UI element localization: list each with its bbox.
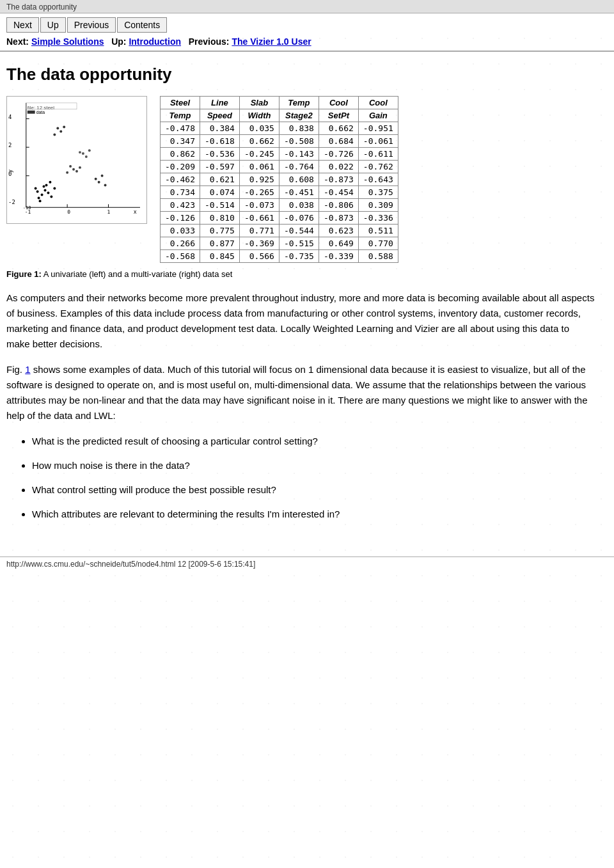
table-row: 0.0330.7750.771-0.5440.6230.511 [161, 225, 398, 237]
tab-label: The data opportunity [4, 1, 79, 13]
para2-start: Fig. [6, 364, 25, 375]
list-item: How much noise is there in the data? [32, 458, 595, 473]
svg-point-31 [59, 130, 62, 132]
svg-point-29 [79, 151, 81, 154]
footer: http://www.cs.cmu.edu/~schneide/tut5/nod… [0, 556, 614, 571]
svg-point-16 [38, 196, 40, 199]
figure-caption: Figure 1: A univariate (left) and a mult… [6, 269, 595, 279]
table-row: 0.7340.074-0.265-0.451-0.4540.375 [161, 186, 398, 199]
table-row: 0.423-0.514-0.0730.038-0.8060.309 [161, 199, 398, 212]
next-link[interactable]: Simple Solutions [31, 36, 104, 47]
paragraph2: Fig. 1 shows some examples of data. Much… [6, 362, 595, 423]
table-row: -0.209-0.5970.061-0.7640.022-0.762 [161, 161, 398, 173]
table-row: -0.5680.8450.566-0.735-0.3390.588 [161, 250, 398, 263]
svg-text:-10: -10 [23, 205, 31, 210]
svg-text:0: 0 [67, 209, 70, 215]
table-row: -0.4780.3840.0350.8380.662-0.951 [161, 122, 398, 135]
svg-point-22 [45, 184, 48, 187]
table-row: -0.1260.810-0.661-0.076-0.873-0.336 [161, 212, 398, 225]
svg-point-17 [47, 192, 49, 194]
page-title: The data opportunity [6, 65, 595, 84]
up-link[interactable]: Introduction [129, 36, 181, 47]
table-row: 0.347-0.6180.662-0.5080.684-0.061 [161, 135, 398, 148]
svg-point-23 [36, 191, 39, 193]
paragraph1: As computers and their networks become m… [6, 290, 595, 352]
svg-text:data: data [36, 110, 45, 114]
svg-point-26 [82, 152, 84, 155]
scatter-plot: 4 2 0 -2 -1 0 1 [6, 96, 147, 224]
svg-point-33 [53, 133, 56, 136]
up-label: Up: [111, 36, 126, 47]
nav-buttons: Next Up Previous Contents [6, 17, 608, 33]
svg-point-18 [35, 187, 37, 190]
figure-container: 4 2 0 -2 -1 0 1 [6, 96, 595, 263]
svg-point-38 [79, 166, 81, 169]
svg-point-42 [104, 184, 107, 187]
table-row: 0.2660.877-0.369-0.5150.6490.770 [161, 237, 398, 250]
svg-point-27 [88, 149, 91, 152]
data-table: SteelLineSlabTempCoolCool TempSpeedWidth… [160, 96, 398, 263]
svg-point-41 [98, 181, 100, 184]
svg-point-14 [41, 193, 43, 196]
up-button[interactable]: Up [40, 17, 66, 33]
svg-point-35 [72, 168, 75, 171]
list-item: What is the predicted result of choosing… [32, 434, 595, 449]
top-section: Next Up Previous Contents Next: Simple S… [0, 13, 614, 52]
table-row: 0.862-0.536-0.245-0.143-0.726-0.611 [161, 148, 398, 161]
svg-point-28 [85, 155, 88, 158]
svg-point-39 [95, 178, 97, 180]
list-item: Which attributes are relevant to determi… [32, 507, 595, 522]
main-content: The data opportunity 4 2 0 -2 -1 0 1 [0, 52, 614, 544]
table-row: -0.4620.6210.9250.608-0.873-0.643 [161, 173, 398, 186]
previous-button[interactable]: Previous [67, 17, 116, 33]
prev-label: Previous: [189, 36, 230, 47]
para2-end: shows some examples of data. Much of thi… [6, 364, 588, 421]
svg-point-15 [44, 189, 47, 192]
svg-point-20 [50, 195, 52, 198]
bullet-list: What is the predicted result of choosing… [32, 434, 595, 522]
svg-point-34 [69, 165, 72, 168]
svg-text:4: 4 [8, 114, 12, 120]
svg-point-25 [49, 181, 51, 184]
figure-text: A univariate (left) and a multi-variate … [42, 269, 232, 279]
svg-point-19 [43, 185, 45, 188]
svg-point-40 [101, 175, 104, 177]
table-row-header1: SteelLineSlabTempCoolCool [161, 97, 398, 109]
svg-point-37 [75, 170, 78, 173]
nav-links: Next: Simple Solutions Up: Introduction … [6, 36, 608, 47]
svg-point-21 [39, 200, 42, 202]
svg-rect-45 [28, 111, 35, 114]
svg-point-30 [56, 127, 59, 130]
fig1-link[interactable]: 1 [25, 364, 30, 375]
table-row-header2: TempSpeedWidthStage2SetPtGain [161, 109, 398, 122]
list-item: What control setting will produce the be… [32, 482, 595, 498]
svg-text:2: 2 [8, 142, 12, 148]
svg-point-32 [63, 126, 65, 129]
prev-link[interactable]: The Vizier 1.0 User [232, 36, 311, 47]
svg-text:x: x [134, 209, 137, 215]
svg-point-36 [66, 171, 68, 174]
svg-text:1: 1 [107, 209, 111, 215]
figure-label: Figure 1: [6, 269, 42, 279]
scatter-svg: 4 2 0 -2 -1 0 1 [7, 97, 146, 223]
svg-point-24 [53, 187, 56, 190]
contents-button[interactable]: Contents [117, 17, 167, 33]
svg-text:y: y [7, 170, 13, 173]
tab-bar: The data opportunity [0, 0, 614, 13]
svg-text:-2: -2 [8, 199, 15, 205]
next-label: Next: [6, 36, 29, 47]
footer-url: http://www.cs.cmu.edu/~schneide/tut5/nod… [6, 560, 255, 569]
next-button[interactable]: Next [6, 17, 39, 33]
